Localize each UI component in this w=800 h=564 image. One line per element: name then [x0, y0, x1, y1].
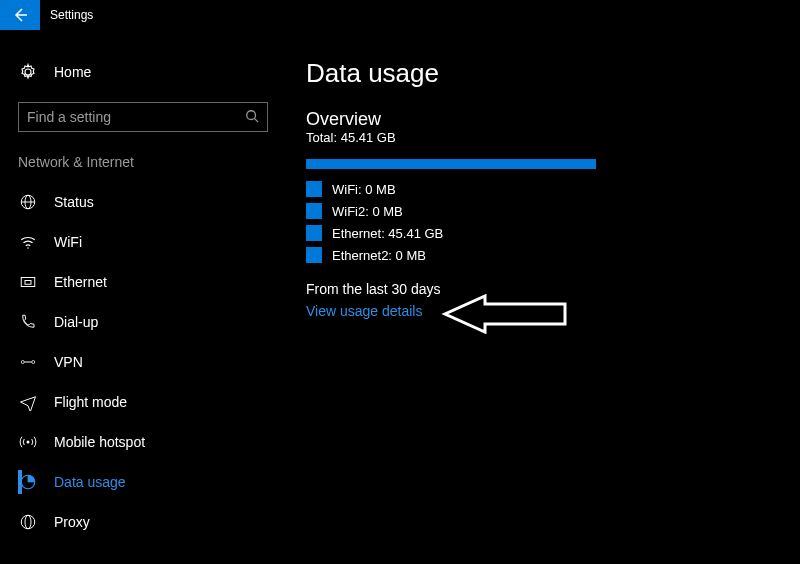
legend-label: Ethernet: 45.41 GB — [332, 226, 443, 241]
total-text: Total: 45.41 GB — [306, 130, 800, 145]
sidebar-item-label: Mobile hotspot — [54, 434, 145, 450]
sidebar-item-wifi[interactable]: WiFi — [18, 222, 300, 262]
proxy-icon — [18, 513, 38, 531]
svg-point-0 — [247, 110, 256, 119]
svg-point-11 — [27, 441, 30, 444]
sidebar-item-label: Status — [54, 194, 94, 210]
legend-label: WiFi2: 0 MB — [332, 204, 403, 219]
svg-point-9 — [32, 361, 35, 364]
svg-rect-6 — [21, 278, 35, 287]
sidebar-home[interactable]: Home — [18, 52, 300, 92]
sidebar-item-label: Ethernet — [54, 274, 107, 290]
sidebar-item-datausage[interactable]: Data usage — [18, 462, 300, 502]
wifi-icon — [18, 233, 38, 251]
legend-label: Ethernet2: 0 MB — [332, 248, 426, 263]
sidebar-item-label: Data usage — [54, 474, 126, 490]
globe-icon — [18, 193, 38, 211]
back-button[interactable] — [0, 0, 40, 30]
sidebar-item-hotspot[interactable]: Mobile hotspot — [18, 422, 300, 462]
legend-swatch — [306, 203, 322, 219]
legend-row-ethernet2: Ethernet2: 0 MB — [306, 247, 800, 263]
sidebar-item-label: WiFi — [54, 234, 82, 250]
svg-point-8 — [21, 361, 24, 364]
legend-label: WiFi: 0 MB — [332, 182, 396, 197]
view-usage-details-link[interactable]: View usage details — [306, 303, 800, 319]
sidebar-item-vpn[interactable]: VPN — [18, 342, 300, 382]
svg-rect-7 — [25, 281, 31, 285]
search-box[interactable] — [18, 102, 268, 132]
sidebar-section-header: Network & Internet — [18, 154, 300, 170]
search-input[interactable] — [27, 109, 245, 125]
titlebar: Settings — [0, 0, 800, 30]
svg-point-13 — [21, 515, 35, 529]
sidebar-item-label: Flight mode — [54, 394, 127, 410]
page-title: Data usage — [306, 58, 800, 89]
window-title: Settings — [50, 8, 93, 22]
legend-swatch — [306, 247, 322, 263]
svg-line-1 — [255, 118, 259, 122]
sidebar-item-flightmode[interactable]: Flight mode — [18, 382, 300, 422]
sidebar-item-proxy[interactable]: Proxy — [18, 502, 300, 542]
sidebar-item-label: VPN — [54, 354, 83, 370]
sidebar-item-label: Dial-up — [54, 314, 98, 330]
sidebar-item-status[interactable]: Status — [18, 182, 300, 222]
vpn-icon — [18, 353, 38, 371]
sidebar-home-label: Home — [54, 64, 91, 80]
airplane-icon — [18, 393, 38, 411]
data-usage-icon — [18, 473, 38, 491]
search-icon — [245, 109, 259, 126]
main-content: Data usage Overview Total: 45.41 GB WiFi… — [300, 30, 800, 564]
sidebar-item-ethernet[interactable]: Ethernet — [18, 262, 300, 302]
phone-icon — [18, 313, 38, 331]
svg-point-14 — [25, 515, 31, 529]
overview-heading: Overview — [306, 109, 800, 130]
svg-point-5 — [27, 247, 29, 249]
legend-row-wifi2: WiFi2: 0 MB — [306, 203, 800, 219]
sidebar: Home Network & Internet Status WiFi Ethe… — [0, 30, 300, 564]
legend-row-wifi: WiFi: 0 MB — [306, 181, 800, 197]
legend-swatch — [306, 181, 322, 197]
legend-row-ethernet: Ethernet: 45.41 GB — [306, 225, 800, 241]
gear-icon — [18, 63, 38, 81]
sidebar-item-dialup[interactable]: Dial-up — [18, 302, 300, 342]
hotspot-icon — [18, 433, 38, 451]
usage-bar — [306, 159, 596, 169]
legend-swatch — [306, 225, 322, 241]
ethernet-icon — [18, 273, 38, 291]
period-text: From the last 30 days — [306, 281, 800, 297]
arrow-left-icon — [12, 7, 28, 23]
sidebar-item-label: Proxy — [54, 514, 90, 530]
